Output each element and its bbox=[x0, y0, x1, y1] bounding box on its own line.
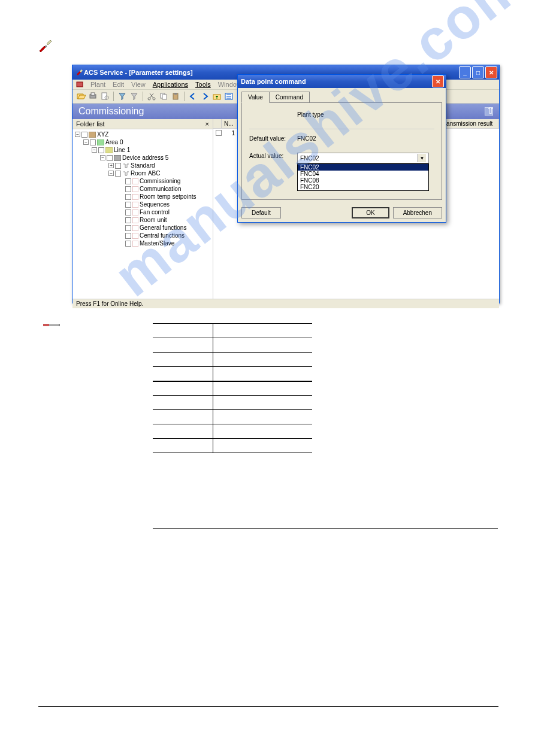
tree-leaf[interactable]: General functions bbox=[140, 224, 186, 232]
filter-off-icon[interactable] bbox=[129, 92, 139, 101]
actual-value-label: Actual value: bbox=[249, 153, 297, 191]
tree-leaf[interactable]: Central functions bbox=[140, 232, 185, 239]
chevron-down-icon[interactable]: ▼ bbox=[418, 154, 426, 162]
dropdown-option[interactable]: FNC04 bbox=[298, 171, 428, 177]
folder-pane-close-icon[interactable]: × bbox=[205, 120, 209, 127]
cancel-button[interactable]: Abbrechen bbox=[393, 207, 442, 218]
leaf-icon bbox=[132, 210, 138, 215]
list-icon[interactable] bbox=[224, 92, 234, 101]
cut-icon[interactable] bbox=[147, 92, 156, 101]
dropdown-selected: FNC02 bbox=[300, 155, 319, 162]
svg-rect-1 bbox=[77, 82, 83, 87]
dropdown-option[interactable]: FNC08 bbox=[298, 177, 428, 184]
leaf-icon bbox=[132, 186, 138, 192]
dialog-close-button[interactable]: ✕ bbox=[432, 75, 444, 87]
print-icon[interactable] bbox=[88, 92, 98, 101]
statusbar: Press F1 for Online Help. bbox=[72, 299, 499, 308]
svg-text:⇧: ⇧ bbox=[486, 107, 493, 116]
back-icon[interactable] bbox=[188, 92, 198, 101]
svg-rect-3 bbox=[91, 93, 95, 95]
svg-rect-21 bbox=[105, 147, 113, 153]
menu-icon bbox=[76, 81, 83, 88]
filter-icon[interactable] bbox=[117, 92, 127, 101]
app-icon bbox=[75, 68, 84, 77]
svg-rect-9 bbox=[162, 95, 167, 99]
dropdown-option[interactable]: FNC20 bbox=[298, 184, 428, 190]
tab-command[interactable]: Command bbox=[269, 92, 310, 103]
svg-point-6 bbox=[148, 98, 150, 100]
data-point-command-dialog: Data point command ✕ Value Command Plant… bbox=[237, 74, 446, 223]
svg-rect-11 bbox=[174, 93, 177, 95]
svg-rect-25 bbox=[132, 194, 138, 200]
menu-edit[interactable]: Edit bbox=[113, 81, 124, 88]
dropdown-option[interactable]: FNC02 bbox=[298, 164, 428, 171]
svg-rect-24 bbox=[132, 186, 138, 192]
default-value: FNC02 bbox=[297, 135, 316, 142]
tree-leaf[interactable]: Commissioning bbox=[140, 177, 180, 185]
spec-table bbox=[153, 323, 312, 453]
dialog-titlebar[interactable]: Data point command ✕ bbox=[238, 75, 446, 88]
folder-tree[interactable]: −XYZ −Area 0 −Line 1 −Device address 5 +… bbox=[72, 129, 213, 299]
forward-icon[interactable] bbox=[200, 92, 210, 101]
dialog-title: Data point command bbox=[241, 78, 432, 85]
tree-leaf[interactable]: Fan control bbox=[140, 208, 170, 216]
folder-list-label: Folder list bbox=[76, 120, 105, 127]
open-icon[interactable] bbox=[76, 92, 86, 101]
svg-rect-23 bbox=[132, 178, 138, 184]
svg-rect-26 bbox=[132, 202, 138, 208]
folder-tree-pane: Folder list × −XYZ −Area 0 −Line 1 −Devi… bbox=[72, 119, 213, 299]
svg-rect-30 bbox=[132, 233, 138, 239]
actual-value-dropdown[interactable]: FNC02 ▼ FNC02 FNC04 FNC08 FNC20 bbox=[297, 153, 429, 191]
plant-type-label: Plant type bbox=[297, 111, 324, 118]
tree-standard[interactable]: Standard bbox=[131, 162, 155, 169]
svg-rect-27 bbox=[132, 210, 138, 215]
cell-no: 1 bbox=[222, 129, 237, 138]
ok-button[interactable]: OK bbox=[352, 207, 389, 218]
room-icon bbox=[122, 171, 129, 177]
copy-icon[interactable] bbox=[159, 92, 168, 101]
dropdown-list[interactable]: FNC02 FNC04 FNC08 FNC20 bbox=[297, 163, 429, 191]
tree-room[interactable]: Room ABC bbox=[131, 169, 160, 177]
svg-rect-28 bbox=[132, 217, 138, 223]
maximize-button[interactable]: □ bbox=[472, 66, 484, 78]
tree-leaf[interactable]: Sequences bbox=[140, 201, 170, 208]
node-icon bbox=[89, 132, 96, 138]
row-checkbox[interactable] bbox=[216, 130, 222, 136]
leaf-icon bbox=[132, 178, 138, 184]
leaf-icon bbox=[132, 202, 138, 208]
tree-area[interactable]: Area 0 bbox=[105, 138, 123, 146]
col-transmission[interactable]: Transmission result bbox=[439, 119, 499, 128]
tree-device[interactable]: Device address 5 bbox=[122, 154, 168, 162]
tree-node[interactable]: XYZ bbox=[97, 130, 108, 138]
tree-leaf[interactable]: Room unit bbox=[140, 216, 167, 224]
tree-leaf[interactable]: Master/Slave bbox=[140, 239, 174, 247]
menu-plant[interactable]: Plant bbox=[90, 81, 105, 88]
paste-icon[interactable] bbox=[171, 92, 180, 101]
svg-rect-0 bbox=[45, 45, 47, 47]
tree-leaf[interactable]: Room temp setpoints bbox=[140, 193, 197, 201]
divider bbox=[153, 528, 498, 529]
preview-icon[interactable] bbox=[100, 92, 110, 101]
svg-rect-29 bbox=[132, 225, 138, 231]
folder-up-icon[interactable] bbox=[212, 92, 222, 101]
col-no[interactable]: N... bbox=[222, 119, 237, 128]
device-icon bbox=[114, 155, 121, 161]
svg-rect-31 bbox=[132, 241, 138, 247]
svg-rect-32 bbox=[43, 324, 49, 326]
close-button[interactable]: ✕ bbox=[485, 66, 497, 78]
svg-point-7 bbox=[153, 98, 155, 100]
tab-panel: Plant type Default value: FNC02 Actual v… bbox=[241, 102, 442, 200]
minimize-button[interactable]: _ bbox=[459, 66, 471, 78]
menu-tools[interactable]: Tools bbox=[195, 81, 211, 88]
menu-applications[interactable]: Applications bbox=[153, 81, 188, 88]
section-collapse-icon[interactable]: ⇧ bbox=[485, 107, 493, 116]
tree-leaf[interactable]: Communication bbox=[140, 185, 181, 193]
svg-rect-19 bbox=[89, 132, 96, 138]
tab-value[interactable]: Value bbox=[241, 92, 270, 103]
menu-view[interactable]: View bbox=[131, 81, 146, 88]
leaf-icon bbox=[132, 233, 138, 239]
default-value-label: Default value: bbox=[249, 135, 297, 142]
default-button[interactable]: Default bbox=[241, 207, 281, 218]
tree-line[interactable]: Line 1 bbox=[114, 146, 130, 154]
footer-divider bbox=[38, 706, 498, 707]
